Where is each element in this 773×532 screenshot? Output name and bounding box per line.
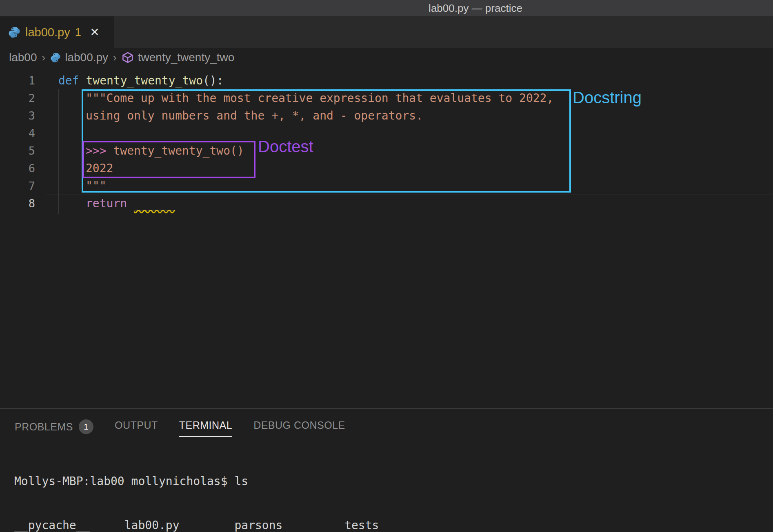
window-title: lab00.py — practice xyxy=(429,2,522,15)
function-name: twenty_twenty_two xyxy=(86,74,203,87)
breadcrumb-item-lab00[interactable]: lab00 xyxy=(9,51,37,64)
panel-tab-bar: PROBLEMS 1 OUTPUT TERMINAL DEBUG CONSOLE xyxy=(15,417,345,440)
tab-debug-console-label: DEBUG CONSOLE xyxy=(253,419,345,431)
terminal-line: __pycache__ lab00.py parsons tests xyxy=(14,518,386,532)
problems-count-badge: 1 xyxy=(79,419,93,434)
editor-tab-bar: lab00.py 1 ✕ xyxy=(0,16,773,48)
tab-terminal-label: TERMINAL xyxy=(179,419,232,431)
keyword-return: return xyxy=(86,197,134,210)
panel-divider xyxy=(0,408,773,409)
code-line-8[interactable]: return ______ xyxy=(86,195,175,212)
tab-lab00-py[interactable]: lab00.py 1 ✕ xyxy=(0,16,114,48)
tab-debug-console[interactable]: DEBUG CONSOLE xyxy=(253,417,345,437)
title-bar: lab00.py — practice xyxy=(0,0,773,16)
doctest-annotation-box xyxy=(82,141,255,178)
line-number: 3 xyxy=(0,107,35,124)
chevron-right-icon: › xyxy=(41,51,47,64)
tab-problems[interactable]: PROBLEMS 1 xyxy=(15,417,93,440)
tab-problems-label: PROBLEMS xyxy=(15,421,73,433)
tab-output-label: OUTPUT xyxy=(115,419,158,431)
line-number: 5 xyxy=(0,142,35,160)
line-number-active: 8 xyxy=(0,195,35,212)
docstring-annotation-label: Docstring xyxy=(573,89,642,107)
terminal-output[interactable]: Mollys-MBP:lab00 mollynicholas$ ls __pyc… xyxy=(14,445,386,532)
code-line-1[interactable]: def twenty_twenty_two(): xyxy=(58,72,224,89)
line-number: 6 xyxy=(0,160,35,177)
doctest-annotation-label: Doctest xyxy=(258,137,313,156)
line-number: 1 xyxy=(0,72,35,89)
breadcrumb-item-lab00-py[interactable]: lab00.py xyxy=(65,51,108,64)
symbol-cube-icon xyxy=(122,51,134,64)
tab-problem-count: 1 xyxy=(75,26,81,39)
blank-underscores-warning-squiggle: ______ xyxy=(134,197,175,210)
tab-terminal[interactable]: TERMINAL xyxy=(179,417,232,437)
line-number: 2 xyxy=(0,89,35,107)
keyword-def: def xyxy=(58,74,86,87)
terminal-line: Mollys-MBP:lab00 mollynicholas$ ls xyxy=(14,474,386,489)
line-number: 7 xyxy=(0,177,35,195)
breadcrumb: lab00 › lab00.py › twenty_twenty_two xyxy=(0,48,773,67)
close-icon[interactable]: ✕ xyxy=(90,26,100,39)
tab-output[interactable]: OUTPUT xyxy=(115,417,158,437)
python-icon xyxy=(8,26,20,38)
python-icon xyxy=(50,52,61,63)
breadcrumb-item-symbol[interactable]: twenty_twenty_two xyxy=(138,51,235,64)
punctuation: (): xyxy=(203,74,224,87)
vscode-window: lab00.py — practice lab00.py 1 ✕ lab00 › xyxy=(0,0,773,532)
chevron-right-icon: › xyxy=(112,51,118,64)
tab-label: lab00.py xyxy=(25,26,70,39)
line-number: 4 xyxy=(0,124,35,142)
